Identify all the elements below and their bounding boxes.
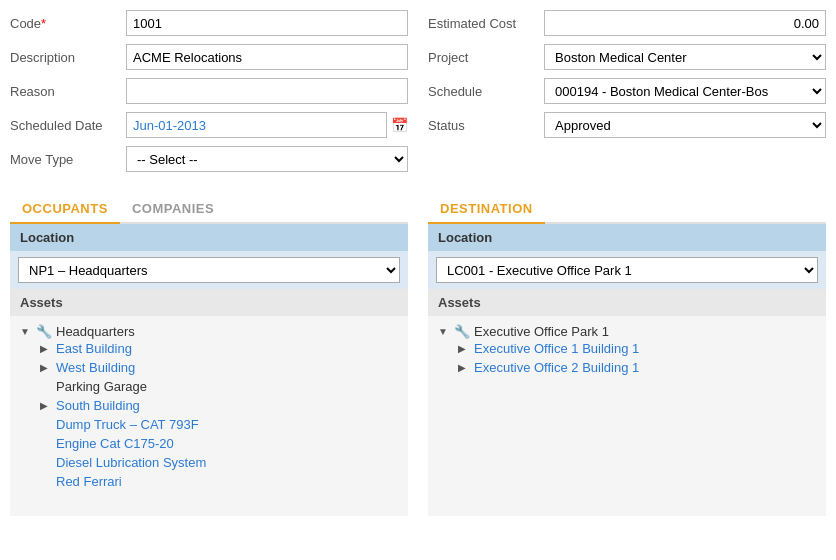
list-item[interactable]: ▶ Executive Office 1 Building 1: [458, 339, 816, 358]
tree-root-dest-label: Executive Office Park 1: [474, 324, 609, 339]
tabs-section: OCCUPANTS COMPANIES Location NP1 – Headq…: [10, 195, 826, 516]
date-wrapper: 📅: [126, 112, 408, 138]
diesel-lubrication-label[interactable]: Diesel Lubrication System: [56, 455, 206, 470]
parking-garage-label: Parking Garage: [56, 379, 147, 394]
list-item: ▶ Engine Cat C175-20: [40, 434, 398, 453]
schedule-label: Schedule: [428, 84, 538, 99]
tree-node-icon: 🔧: [454, 324, 470, 339]
destination-panel: DESTINATION Location LC001 - Executive O…: [428, 195, 826, 516]
dump-truck-label[interactable]: Dump Truck – CAT 793F: [56, 417, 199, 432]
tab-destination[interactable]: DESTINATION: [428, 195, 545, 224]
code-row: Code*: [10, 10, 408, 36]
source-panel: OCCUPANTS COMPANIES Location NP1 – Headq…: [10, 195, 408, 516]
tree-root-exec-park: ▼ 🔧 Executive Office Park 1 ▶ Executive …: [438, 322, 816, 379]
dest-assets-body: ▼ 🔧 Executive Office Park 1 ▶ Executive …: [428, 316, 826, 516]
description-row: Description: [10, 44, 408, 70]
list-item: ▶ Dump Truck – CAT 793F: [40, 415, 398, 434]
source-tab-headers: OCCUPANTS COMPANIES: [10, 195, 408, 224]
description-input[interactable]: [126, 44, 408, 70]
east-building-label[interactable]: East Building: [56, 341, 132, 356]
code-label: Code*: [10, 16, 120, 31]
tree-expand-icon: ▼: [20, 326, 32, 337]
exec-office-2-label[interactable]: Executive Office 2 Building 1: [474, 360, 639, 375]
chevron-right-icon: ▶: [40, 362, 52, 373]
list-item: ▶ Diesel Lubrication System: [40, 453, 398, 472]
source-assets-body: ▼ 🔧 Headquarters ▶ East Building ▶ West …: [10, 316, 408, 516]
destination-tab-headers: DESTINATION: [428, 195, 826, 224]
exec-office-1-label[interactable]: Executive Office 1 Building 1: [474, 341, 639, 356]
tab-occupants[interactable]: OCCUPANTS: [10, 195, 120, 224]
form-section: Code* Description Reason Scheduled Date …: [10, 10, 826, 180]
form-left-col: Code* Description Reason Scheduled Date …: [10, 10, 408, 180]
tree-root-row-dest[interactable]: ▼ 🔧 Executive Office Park 1: [438, 324, 816, 339]
chevron-right-icon: ▶: [40, 343, 52, 354]
reason-label: Reason: [10, 84, 120, 99]
schedule-row: Schedule 000194 - Boston Medical Center-…: [428, 78, 826, 104]
move-type-select[interactable]: -- Select --: [126, 146, 408, 172]
reason-row: Reason: [10, 78, 408, 104]
scheduled-date-label: Scheduled Date: [10, 118, 120, 133]
reason-input[interactable]: [126, 78, 408, 104]
tree-children: ▶ East Building ▶ West Building ▶ Parkin…: [40, 339, 398, 491]
project-select[interactable]: Boston Medical Center: [544, 44, 826, 70]
move-type-label: Move Type: [10, 152, 120, 167]
estimated-cost-label: Estimated Cost: [428, 16, 538, 31]
list-item: ▶ Parking Garage: [40, 377, 398, 396]
list-item: ▶ Red Ferrari: [40, 472, 398, 491]
red-ferrari-label[interactable]: Red Ferrari: [56, 474, 122, 489]
chevron-right-icon: ▶: [458, 362, 470, 373]
list-item[interactable]: ▶ West Building: [40, 358, 398, 377]
tree-expand-icon: ▼: [438, 326, 450, 337]
calendar-icon[interactable]: 📅: [391, 117, 408, 133]
chevron-right-icon: ▶: [458, 343, 470, 354]
project-row: Project Boston Medical Center: [428, 44, 826, 70]
dest-location-select-row: LC001 - Executive Office Park 1: [428, 251, 826, 289]
list-item[interactable]: ▶ South Building: [40, 396, 398, 415]
tree-root-headquarters: ▼ 🔧 Headquarters ▶ East Building ▶ West …: [20, 322, 398, 493]
description-label: Description: [10, 50, 120, 65]
south-building-label[interactable]: South Building: [56, 398, 140, 413]
west-building-label[interactable]: West Building: [56, 360, 135, 375]
dest-location-header: Location: [428, 224, 826, 251]
source-location-select-row: NP1 – Headquarters: [10, 251, 408, 289]
dest-location-select[interactable]: LC001 - Executive Office Park 1: [436, 257, 818, 283]
source-location-header: Location: [10, 224, 408, 251]
status-select[interactable]: Approved: [544, 112, 826, 138]
code-input[interactable]: [126, 10, 408, 36]
status-label: Status: [428, 118, 538, 133]
tab-companies[interactable]: COMPANIES: [120, 195, 226, 222]
scheduled-date-input[interactable]: [126, 112, 387, 138]
tree-node-icon: 🔧: [36, 324, 52, 339]
dest-assets-header: Assets: [428, 289, 826, 316]
chevron-right-icon: ▶: [40, 400, 52, 411]
list-item[interactable]: ▶ Executive Office 2 Building 1: [458, 358, 816, 377]
source-assets-header: Assets: [10, 289, 408, 316]
tree-root-row[interactable]: ▼ 🔧 Headquarters: [20, 324, 398, 339]
status-row: Status Approved: [428, 112, 826, 138]
tree-root-label: Headquarters: [56, 324, 135, 339]
schedule-select[interactable]: 000194 - Boston Medical Center-Bos: [544, 78, 826, 104]
form-right-col: Estimated Cost Project Boston Medical Ce…: [428, 10, 826, 180]
estimated-cost-input[interactable]: [544, 10, 826, 36]
estimated-cost-row: Estimated Cost: [428, 10, 826, 36]
move-type-row: Move Type -- Select --: [10, 146, 408, 172]
project-label: Project: [428, 50, 538, 65]
scheduled-date-row: Scheduled Date 📅: [10, 112, 408, 138]
engine-cat-label[interactable]: Engine Cat C175-20: [56, 436, 174, 451]
list-item[interactable]: ▶ East Building: [40, 339, 398, 358]
dest-tree-children: ▶ Executive Office 1 Building 1 ▶ Execut…: [458, 339, 816, 377]
source-location-select[interactable]: NP1 – Headquarters: [18, 257, 400, 283]
